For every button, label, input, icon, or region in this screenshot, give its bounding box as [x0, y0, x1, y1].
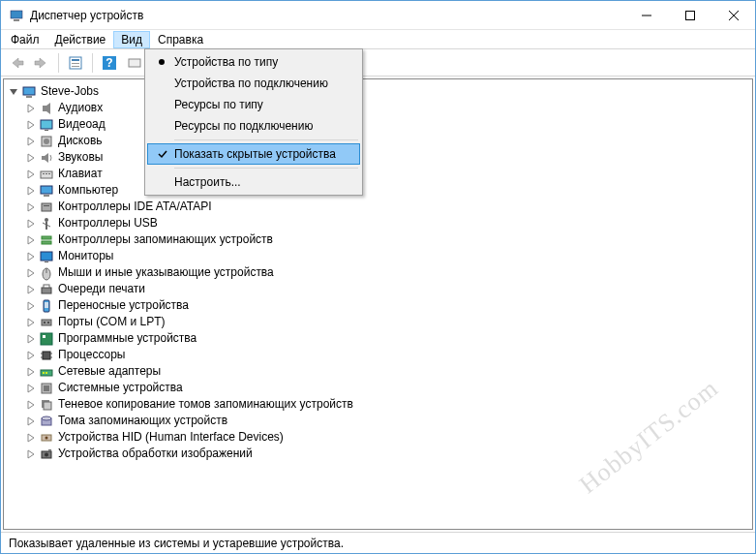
statusbar: Показывает удаленные из системы и устаре… [1, 532, 755, 553]
tree-node[interactable]: Сетевые адаптеры [4, 363, 752, 380]
tree-node[interactable]: Звуковы [4, 149, 752, 166]
expand-icon[interactable] [25, 284, 37, 295]
svg-rect-46 [43, 335, 45, 338]
expand-icon[interactable] [25, 218, 37, 230]
tree-node[interactable]: Контроллеры IDE ATA/ATAPI [4, 199, 752, 215]
tree-node-label: Процессоры [58, 347, 126, 363]
expand-icon[interactable] [25, 119, 37, 131]
menu-item[interactable]: Ресурсы по типу [147, 94, 360, 115]
svg-rect-7 [72, 59, 79, 61]
tree-node-label: Аудиовх [58, 100, 103, 116]
tree-node[interactable]: Переносные устройства [4, 297, 752, 314]
svg-rect-39 [44, 285, 49, 288]
menu-item-label: Ресурсы по типу [174, 98, 263, 111]
properties-button[interactable] [64, 51, 87, 75]
tree-node[interactable]: Порты (COM и LPT) [4, 314, 752, 330]
tree-node[interactable]: Мыши и иные указывающие устройства [4, 264, 752, 281]
help-button[interactable]: ? [98, 51, 121, 75]
ide-icon [39, 200, 54, 215]
close-button[interactable] [711, 1, 755, 29]
window-title: Диспетчер устройств [30, 9, 624, 22]
svg-rect-9 [72, 66, 79, 67]
expand-icon[interactable] [25, 234, 37, 246]
menu-item[interactable]: Устройства по типу [147, 51, 360, 73]
forward-button[interactable] [30, 51, 53, 75]
maximize-button[interactable] [668, 1, 711, 29]
expand-icon[interactable] [25, 169, 37, 180]
tree-node-label: Контроллеры запоминающих устройств [58, 231, 273, 248]
expand-icon[interactable] [25, 185, 37, 197]
expand-icon[interactable] [25, 399, 37, 411]
tree-node[interactable]: Устройства обработки изображений [4, 446, 752, 462]
menu-help[interactable]: Справка [150, 31, 211, 48]
imaging-icon [39, 446, 54, 462]
svg-rect-16 [41, 120, 52, 129]
expand-icon[interactable] [25, 251, 37, 262]
back-button[interactable] [5, 51, 28, 75]
svg-rect-35 [45, 262, 48, 262]
monitor-icon [39, 249, 54, 264]
collapse-icon[interactable] [8, 86, 19, 98]
svg-rect-25 [44, 195, 49, 197]
menu-item[interactable]: Устройства по подключению [147, 73, 360, 94]
expand-icon[interactable] [25, 416, 37, 427]
expand-icon[interactable] [25, 300, 37, 312]
tree-node[interactable]: Компьютер [4, 182, 752, 199]
expand-icon[interactable] [25, 448, 37, 460]
tree-node[interactable]: Процессоры [4, 347, 752, 363]
svg-rect-45 [41, 333, 52, 345]
view-dropdown: Устройства по типуУстройства по подключе… [144, 48, 363, 196]
menu-action[interactable]: Действие [47, 31, 114, 48]
svg-rect-0 [11, 11, 22, 18]
tree-node[interactable]: Контроллеры USB [4, 215, 752, 231]
menu-view[interactable]: Вид [113, 31, 150, 48]
menu-file[interactable]: Файл [3, 31, 47, 48]
tree-node[interactable]: Аудиовх [4, 100, 752, 116]
svg-rect-13 [23, 87, 35, 95]
toolbar-button[interactable] [123, 51, 146, 75]
menu-item-label: Устройства по подключению [174, 77, 328, 90]
tree-node[interactable]: Теневое копирование томов запоминающих у… [4, 396, 752, 413]
expand-icon[interactable] [25, 350, 37, 361]
expand-icon[interactable] [25, 136, 37, 147]
tree-node[interactable]: Программные устройства [4, 330, 752, 347]
tree-node[interactable]: Системные устройства [4, 380, 752, 396]
app-icon [9, 8, 24, 23]
expand-icon[interactable] [25, 366, 37, 378]
expand-icon[interactable] [25, 267, 37, 279]
menu-item-label: Устройства по типу [174, 55, 278, 69]
tree-node[interactable]: Дисковь [4, 133, 752, 149]
expand-icon[interactable] [25, 333, 37, 345]
sound-icon [39, 150, 54, 166]
tree-node[interactable]: Устройства HID (Human Interface Devices) [4, 429, 752, 446]
computer-icon [21, 84, 37, 100]
svg-rect-32 [42, 236, 51, 239]
expand-icon[interactable] [25, 152, 37, 164]
cpu-icon [39, 348, 54, 363]
menu-item[interactable]: Настроить... [147, 171, 360, 193]
tree-node[interactable]: Тома запоминающих устройств [4, 413, 752, 429]
tree-node-label: Устройства обработки изображений [58, 446, 253, 462]
usb-icon [39, 216, 54, 231]
expand-icon[interactable] [25, 103, 37, 114]
expand-icon[interactable] [25, 383, 37, 394]
minimize-button[interactable] [624, 1, 668, 29]
toolbar-separator [58, 53, 59, 73]
tree-node[interactable]: Очереди печати [4, 281, 752, 297]
tree-node[interactable]: Видеоад [4, 116, 752, 133]
tree-node[interactable]: Мониторы [4, 248, 752, 264]
menu-item[interactable]: Показать скрытые устройства [147, 143, 360, 165]
tree-node-label: Мониторы [58, 248, 113, 264]
shadow-icon [39, 397, 54, 413]
tree-node-label: Звуковы [58, 149, 103, 166]
expand-icon[interactable] [25, 201, 37, 213]
titlebar: Диспетчер устройств [1, 1, 755, 30]
tree-node[interactable]: Клавиат [4, 166, 752, 182]
tree-node[interactable]: Контроллеры запоминающих устройств [4, 231, 752, 248]
menu-item[interactable]: Ресурсы по подключению [147, 115, 360, 137]
tree-root[interactable]: Steve-Jobs [4, 83, 752, 100]
expand-icon[interactable] [25, 432, 37, 444]
tree-node-label: Устройства HID (Human Interface Devices) [58, 429, 284, 446]
expand-icon[interactable] [25, 317, 37, 328]
storage-icon [39, 232, 54, 248]
